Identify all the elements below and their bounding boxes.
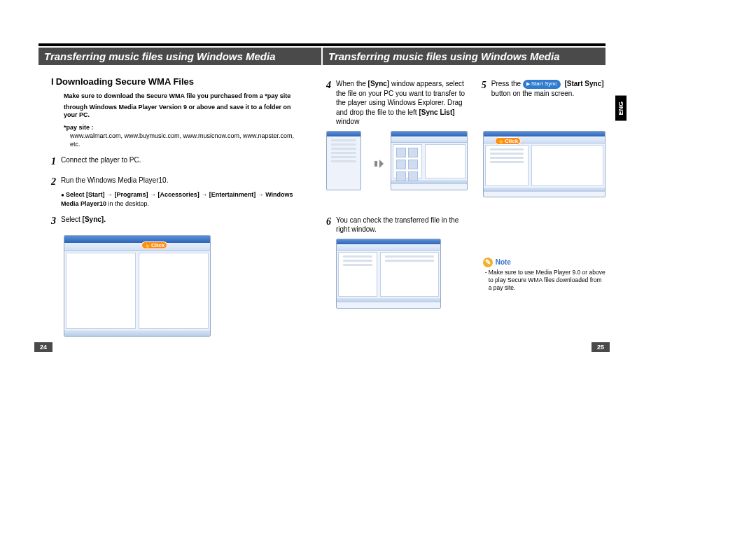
explorer-screenshot: [326, 131, 361, 190]
intro-line-2: through Windows Media Player Version 9 o…: [64, 104, 305, 120]
note-icon: ✎: [483, 258, 493, 267]
step-num-5: 5: [482, 79, 491, 92]
language-tab: ENG: [615, 96, 626, 121]
step2-sub-path: [Start] → [Programs] → [Accessories] → […: [61, 191, 293, 207]
wmp-sync-small-screenshot: [391, 131, 468, 190]
step-2-body: Run the Windows Media Player10.: [61, 176, 305, 185]
start-sync-icon: Start Sync: [523, 80, 561, 89]
page-number-right: 25: [592, 342, 610, 352]
wmp-transferred-screenshot: [336, 239, 441, 309]
step3-bold: [Sync].: [83, 216, 106, 223]
click-badge: Click: [141, 241, 167, 249]
section-title-text: Downloading Secure WMA Files: [56, 76, 194, 87]
header-row: Transferring music files using Windows M…: [38, 48, 606, 65]
step-5: 5 Press the Start Sync [Start Sync] butt…: [482, 79, 606, 98]
step3-prefix: Select: [61, 216, 83, 223]
left-page: IDownloading Secure WMA Files Make sure …: [38, 72, 305, 352]
intro-line-1: Make sure to download the Secure WMA fil…: [64, 92, 305, 101]
step-3-body: Select [Sync].: [61, 215, 305, 225]
step-6-body: You can check the transferred file in th…: [336, 216, 468, 234]
step-1-body: Connect the player to PC.: [61, 155, 305, 165]
wmp-sync-screenshot: Click: [64, 235, 211, 337]
step-5-body: Press the Start Sync [Start Sync] button…: [491, 79, 606, 98]
drag-arrow-icon: [370, 161, 382, 167]
step2-sub-prefix: Select: [66, 191, 86, 198]
step-num-4: 4: [326, 79, 336, 92]
section-title: IDownloading Secure WMA Files: [51, 76, 305, 87]
step-6: 6 You can check the transferred file in …: [326, 216, 468, 234]
paysite-list: www.walmart.com, www.buymusic.com, www.m…: [70, 132, 305, 148]
wmp-startsync-screenshot: Click: [483, 131, 606, 197]
step-num-2: 2: [51, 176, 61, 189]
step2-sub-suffix: in the desktop.: [106, 200, 149, 207]
paysite-label: *pay site :: [64, 124, 305, 131]
right-page: ENG 4 When the [Sync] window appears, se…: [326, 72, 606, 352]
step-4: 4 When the [Sync] window appears, select…: [326, 79, 469, 127]
page-spread: Transferring music files using Windows M…: [38, 43, 606, 352]
click-badge-2: Click: [495, 137, 521, 145]
note-header: ✎ Note: [483, 258, 606, 267]
step-3: 3 Select [Sync].: [51, 215, 305, 228]
step-num-1: 1: [51, 155, 61, 169]
step-num-6: 6: [326, 216, 336, 229]
step-num-3: 3: [51, 215, 61, 228]
note-label: Note: [496, 258, 511, 266]
step-1: 1 Connect the player to PC.: [51, 155, 305, 169]
header-left: Transferring music files using Windows M…: [38, 48, 321, 65]
step-2-sub: Select [Start] → [Programs] → [Accessori…: [61, 190, 305, 208]
page-number-left: 24: [34, 342, 52, 352]
header-right: Transferring music files using Windows M…: [323, 48, 606, 65]
step-2: 2 Run the Windows Media Player10.: [51, 176, 305, 189]
note-body: - Make sure to use Media Player 9.0 or a…: [483, 269, 606, 292]
step-4-body: When the [Sync] window appears, select t…: [336, 79, 469, 127]
